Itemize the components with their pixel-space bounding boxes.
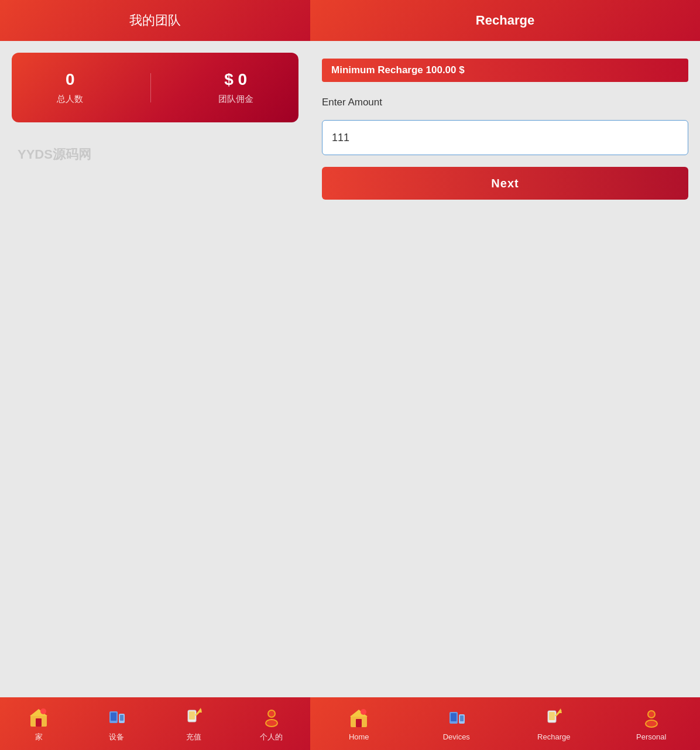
svg-marker-11 xyxy=(197,708,202,713)
left-nav-devices[interactable]: 设备 xyxy=(78,706,156,742)
right-nav-devices-label: Devices xyxy=(443,732,470,741)
right-nav-home-label: Home xyxy=(349,732,369,741)
next-button[interactable]: Next xyxy=(322,167,688,200)
svg-rect-18 xyxy=(356,719,362,727)
right-devices-icon xyxy=(445,706,468,730)
svg-point-31 xyxy=(646,721,657,727)
right-bottom-nav: Home Devices Rec xyxy=(310,697,700,750)
left-panel: 我的团队 0 总人数 $ 0 团队佣金 YYDS源码网 xyxy=(0,0,310,750)
amount-input[interactable] xyxy=(322,120,688,155)
left-nav-recharge-label: 充值 xyxy=(186,732,201,742)
right-home-icon xyxy=(347,706,370,730)
svg-point-14 xyxy=(269,711,274,717)
svg-point-30 xyxy=(648,711,654,717)
devices-icon xyxy=(105,706,128,729)
team-stats-card: 0 总人数 $ 0 团队佣金 xyxy=(12,53,298,122)
left-bottom-nav: 家 设备 充值 xyxy=(0,697,310,750)
svg-rect-25 xyxy=(549,712,555,720)
left-header-title: 我的团队 xyxy=(129,12,181,29)
right-nav-recharge-label: Recharge xyxy=(537,732,570,741)
stat-team-commission: $ 0 团队佣金 xyxy=(218,70,253,105)
svg-rect-23 xyxy=(460,715,464,721)
home-icon xyxy=(27,706,50,729)
stat-divider xyxy=(150,73,151,102)
left-nav-home[interactable]: 家 xyxy=(0,706,78,742)
svg-point-3 xyxy=(40,708,46,714)
svg-marker-27 xyxy=(557,708,562,713)
right-personal-icon xyxy=(640,706,663,730)
svg-point-15 xyxy=(266,720,277,726)
left-nav-recharge[interactable]: 充值 xyxy=(155,706,233,742)
svg-point-19 xyxy=(361,709,366,715)
left-header: 我的团队 xyxy=(0,0,310,41)
enter-amount-label: Enter Amount xyxy=(322,97,688,108)
svg-rect-2 xyxy=(36,718,42,727)
team-commission-label: 团队佣金 xyxy=(218,94,253,105)
total-people-label: 总人数 xyxy=(57,94,83,105)
right-nav-home[interactable]: Home xyxy=(310,706,408,741)
left-nav-personal-label: 个人的 xyxy=(260,732,283,742)
personal-icon xyxy=(260,706,283,729)
left-nav-devices-label: 设备 xyxy=(109,732,124,742)
right-nav-devices[interactable]: Devices xyxy=(408,706,506,741)
right-content: Minimum Recharge 100.00 $ Enter Amount N… xyxy=(310,41,700,697)
right-nav-personal[interactable]: Personal xyxy=(603,706,701,741)
watermark: YYDS源码网 xyxy=(12,134,298,175)
left-content: 0 总人数 $ 0 团队佣金 YYDS源码网 xyxy=(0,41,310,697)
recharge-icon xyxy=(182,706,205,729)
right-nav-personal-label: Personal xyxy=(636,732,666,741)
right-panel: Recharge Minimum Recharge 100.00 $ Enter… xyxy=(310,0,700,750)
svg-rect-9 xyxy=(189,711,195,720)
left-nav-personal[interactable]: 个人的 xyxy=(233,706,311,742)
svg-rect-21 xyxy=(451,713,457,721)
left-nav-home-label: 家 xyxy=(35,732,43,742)
min-recharge-banner: Minimum Recharge 100.00 $ xyxy=(322,59,688,82)
right-nav-recharge[interactable]: Recharge xyxy=(505,706,603,741)
stat-total-people: 0 总人数 xyxy=(57,70,83,105)
svg-rect-5 xyxy=(111,713,116,721)
right-header: Recharge xyxy=(310,0,700,41)
right-header-title: Recharge xyxy=(476,13,534,28)
total-people-value: 0 xyxy=(66,70,75,89)
right-recharge-icon xyxy=(542,706,565,730)
svg-rect-7 xyxy=(120,715,123,721)
team-commission-value: $ 0 xyxy=(224,70,247,89)
